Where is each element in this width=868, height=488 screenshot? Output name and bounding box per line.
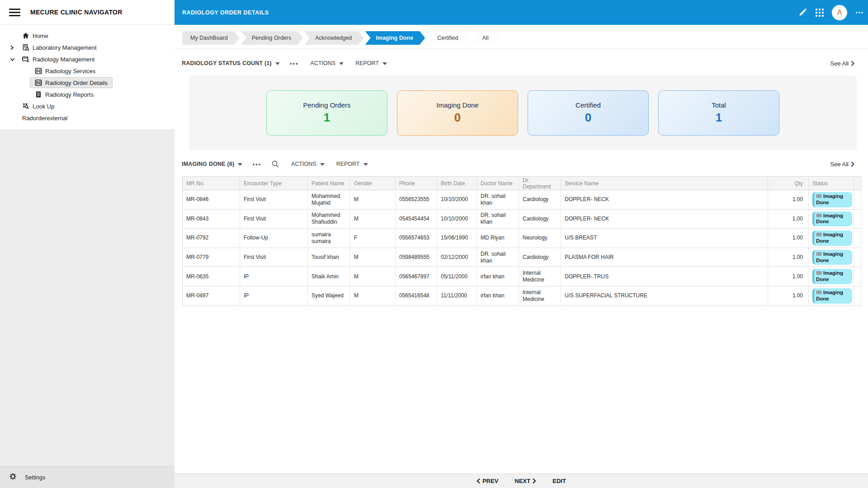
- tab-all[interactable]: All: [472, 31, 500, 45]
- sidebar-nav: HomeLaboratory ManagementRadiology Manag…: [0, 25, 175, 130]
- chevron-down-icon[interactable]: [10, 57, 22, 61]
- next-button[interactable]: NEXT: [515, 478, 537, 484]
- column-header-birth-date: Birth Date: [437, 177, 477, 190]
- sidebar-item-home[interactable]: Home: [0, 30, 175, 42]
- tab-acknowledged[interactable]: Acknowledged: [304, 31, 363, 45]
- chevron-down-icon: [238, 163, 242, 166]
- tab-pending-orders[interactable]: Pending Orders: [241, 31, 303, 45]
- status-badge: Imaging Done: [812, 250, 852, 265]
- cell-birth-date: 11/11/2000: [437, 286, 477, 305]
- sidebar-item-label: Laboratory Management: [33, 44, 97, 51]
- hamburger-menu-icon[interactable]: [9, 9, 20, 16]
- cell-qty: 1.00: [768, 286, 809, 305]
- cell-status: Imaging Done: [809, 267, 854, 286]
- card-value: 0: [454, 111, 461, 125]
- card-label: Pending Orders: [303, 101, 350, 109]
- table-header-row: MR No.Encounter TypePatient NameGenderPh…: [183, 177, 861, 190]
- status-count-title[interactable]: RADIOLOGY STATUS COUNT (1): [182, 60, 280, 66]
- sidebar: MECURE CLINIC NAVIGATOR HomeLaboratory M…: [0, 0, 175, 488]
- sidebar-item-radiology-services[interactable]: Radiology Services: [0, 65, 175, 77]
- avatar[interactable]: A: [832, 5, 847, 20]
- apps-grid-icon[interactable]: [815, 8, 825, 18]
- cell-qty: 1.00: [768, 209, 809, 229]
- cell-status: Imaging Done: [809, 286, 854, 305]
- cell-department: Cardiology: [519, 248, 561, 267]
- sidebar-item-radiology-management[interactable]: Radiology Management: [0, 53, 175, 65]
- column-header-dr-department: Dr. Department: [519, 177, 561, 190]
- edit-button[interactable]: EDIT: [552, 478, 566, 484]
- cell-patient-name: Shaik Amin: [308, 267, 350, 286]
- cell-service-name: DOPPLER- TRUS: [561, 267, 768, 286]
- table-row[interactable]: MR-0497IPSyed WajeedM056541654811/11/200…: [183, 286, 861, 305]
- sidebar-item-look-up[interactable]: Look Up: [0, 100, 175, 112]
- chevron-right-icon: [532, 478, 536, 484]
- edit-pencil-icon[interactable]: [797, 8, 807, 18]
- sidebar-item-radiology-order-details[interactable]: Radiology Order Details: [0, 77, 175, 89]
- sidebar-item-label: Home: [33, 33, 48, 39]
- search-icon[interactable]: [271, 160, 279, 168]
- tab-imaging-done[interactable]: Imaging Done: [365, 31, 425, 45]
- cell-status: Imaging Done: [809, 190, 854, 210]
- cell-service-name: DOPPLER- NECK: [561, 209, 768, 229]
- status-badge: Imaging Done: [812, 211, 852, 227]
- chevron-right-icon[interactable]: [10, 45, 22, 50]
- table-row[interactable]: MR-0635IPShaik AminM056546789705/11/2000…: [183, 267, 861, 286]
- cell-gender: M: [350, 248, 396, 267]
- prev-button[interactable]: PREV: [476, 478, 498, 484]
- see-all-link[interactable]: See All: [830, 60, 854, 67]
- tab-my-dashboard[interactable]: My DashBoard: [182, 31, 240, 45]
- report-dropdown[interactable]: REPORT: [355, 60, 387, 66]
- status-card-pending-orders[interactable]: Pending Orders1: [266, 90, 387, 136]
- app-title: MECURE CLINIC NAVIGATOR: [30, 9, 123, 16]
- status-badge: Imaging Done: [812, 192, 852, 207]
- report-dropdown[interactable]: REPORT: [336, 161, 368, 167]
- actions-dropdown[interactable]: ACTIONS: [291, 161, 325, 167]
- main-content: RADIOLOGY ORDER DETAILS A My DashBoardPe…: [175, 0, 868, 488]
- sidebar-item-radiology-reports[interactable]: Radiology Reports: [0, 89, 175, 100]
- topbar: RADIOLOGY ORDER DETAILS A: [175, 0, 868, 25]
- cell-phone: 0565467897: [396, 267, 437, 286]
- table-row[interactable]: MR-0792Follow-Upsumaira sumairaF05565746…: [183, 229, 861, 248]
- lab-icon: [22, 44, 29, 51]
- table-row[interactable]: MR-0846First VisitMohammed MujahidM05565…: [183, 190, 861, 210]
- cell-patient-name: Tousif khan: [308, 248, 350, 267]
- cell-qty: 1.00: [768, 267, 809, 286]
- chevron-down-icon: [275, 62, 280, 65]
- status-card-imaging-done[interactable]: Imaging Done0: [397, 90, 518, 136]
- sidebar-header: MECURE CLINIC NAVIGATOR: [0, 0, 175, 25]
- sidebar-item-label: Radorderexternal: [22, 115, 67, 122]
- more-options-icon[interactable]: [854, 8, 864, 18]
- cell-phone: 0556574653: [396, 229, 437, 248]
- cell-doctor-name: DR. sohail khan: [477, 209, 519, 229]
- status-card-total[interactable]: Total1: [658, 90, 779, 136]
- cell-phone: 0565416548: [396, 286, 437, 305]
- cell-department: Internal Medicine: [519, 286, 561, 305]
- table-row[interactable]: MR-0779First VisitTousif khanM0598489555…: [183, 248, 861, 267]
- card-value: 1: [324, 111, 330, 125]
- column-header-phone: Phone: [396, 177, 437, 190]
- status-badge: Imaging Done: [812, 269, 852, 284]
- sidebar-item-label: Radiology Order Details: [45, 80, 108, 86]
- table-row[interactable]: MR-0843First VisitMohammed ShafiuddinM05…: [183, 209, 861, 229]
- sidebar-item-radorderexternal[interactable]: Radorderexternal: [0, 112, 175, 124]
- cell-mr-no: MR-0635: [183, 267, 240, 286]
- cell-mr-no: MR-0779: [183, 248, 240, 267]
- gear-icon: [9, 473, 17, 482]
- more-options-icon[interactable]: •••: [252, 161, 261, 168]
- cell-phone: 0556523555: [396, 190, 437, 210]
- sidebar-item-label: Radiology Reports: [45, 91, 94, 98]
- cell-doctor-name: DR. sohail khan: [477, 190, 519, 210]
- sidebar-item-laboratory-management[interactable]: Laboratory Management: [0, 42, 175, 53]
- actions-dropdown[interactable]: ACTIONS: [311, 60, 344, 66]
- see-all-link[interactable]: See All: [830, 161, 854, 168]
- tab-certified[interactable]: Certified: [426, 31, 470, 45]
- report-icon: [35, 91, 42, 98]
- card-value: 1: [716, 111, 722, 125]
- sidebar-item-settings[interactable]: Settings: [0, 466, 175, 488]
- more-options-icon[interactable]: •••: [290, 60, 299, 67]
- topbar-actions: A: [797, 5, 864, 20]
- imaging-done-header: IMAGING DONE (6) ••• ACTIONS REPORT See …: [182, 159, 854, 169]
- sidebar-item-label: Radiology Management: [33, 56, 94, 63]
- status-card-certified[interactable]: Certified0: [528, 90, 649, 136]
- imaging-done-title[interactable]: IMAGING DONE (6): [182, 161, 242, 167]
